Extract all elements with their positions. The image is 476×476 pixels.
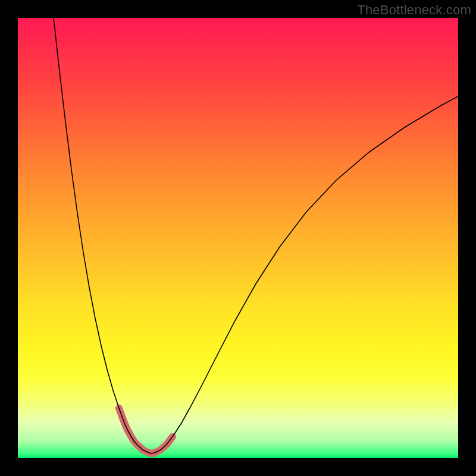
watermark-text: TheBottleneck.com	[357, 2, 471, 18]
chart-frame	[18, 18, 458, 458]
chart-plot	[18, 18, 458, 458]
series-curve	[54, 18, 458, 453]
